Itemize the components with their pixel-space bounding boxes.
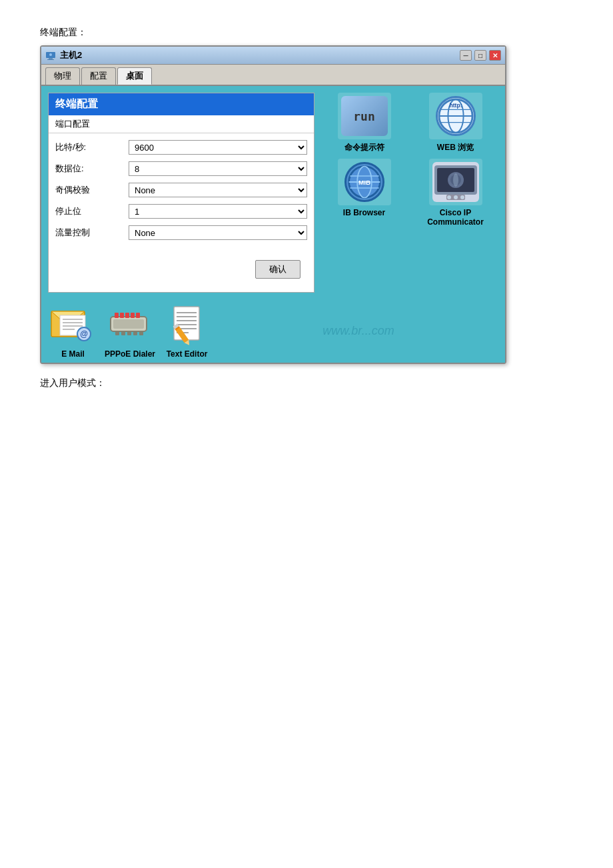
cisco-ip-icon bbox=[432, 162, 479, 202]
app-web[interactable]: http: WEB 浏览 bbox=[412, 93, 498, 153]
mib-browser-icon: MIB bbox=[344, 162, 384, 202]
bottom-icons-row: @ E Mail bbox=[41, 299, 505, 363]
svg-text:@: @ bbox=[80, 329, 88, 339]
terminal-body: 比特/秒: 9600192003840057600115200 数据位: 567… bbox=[49, 133, 314, 292]
terminal-subheader: 端口配置 bbox=[49, 115, 314, 133]
form-row-databits: 数据位: 5678 bbox=[55, 161, 307, 176]
svg-rect-44 bbox=[133, 331, 137, 335]
svg-text:http:: http: bbox=[449, 102, 462, 109]
label-stopbits: 停止位 bbox=[55, 205, 122, 217]
tab-physics[interactable]: 物理 bbox=[45, 67, 80, 85]
svg-rect-41 bbox=[115, 331, 119, 335]
svg-rect-36 bbox=[115, 313, 119, 318]
app-texteditor[interactable]: Text Editor bbox=[162, 303, 212, 359]
main-window: 主机2 ─ □ ✕ 物理 配置 桌面 终端配置 端口配置 比特/秒: 96001… bbox=[40, 45, 506, 364]
select-databits[interactable]: 5678 bbox=[129, 161, 307, 176]
window-title: 主机2 bbox=[60, 49, 82, 61]
apps-panel: run 命令提示符 http: bbox=[321, 93, 498, 293]
label-databits: 数据位: bbox=[55, 163, 122, 175]
page-label-1: 终端配置： bbox=[40, 27, 573, 39]
svg-rect-43 bbox=[127, 331, 131, 335]
svg-text:MIB: MIB bbox=[358, 179, 370, 186]
app-label-pppoe: PPPoE Dialer bbox=[105, 349, 155, 359]
cmd-icon-box: run bbox=[338, 93, 391, 139]
app-pppoe[interactable]: PPPoE Dialer bbox=[105, 303, 155, 359]
pppoe-icon bbox=[105, 303, 155, 347]
svg-rect-38 bbox=[125, 313, 129, 318]
app-label-web: WEB 浏览 bbox=[437, 142, 474, 153]
tab-config[interactable]: 配置 bbox=[81, 67, 116, 85]
label-parity: 奇偶校验 bbox=[55, 184, 122, 196]
svg-rect-39 bbox=[131, 313, 135, 318]
svg-point-22 bbox=[447, 195, 451, 199]
tab-desktop[interactable]: 桌面 bbox=[117, 67, 152, 85]
svg-rect-42 bbox=[121, 331, 125, 335]
app-email[interactable]: @ E Mail bbox=[48, 303, 98, 359]
label-bitrate: 比特/秒: bbox=[55, 141, 122, 153]
select-parity[interactable]: NoneEvenOdd bbox=[129, 183, 307, 197]
svg-point-24 bbox=[460, 195, 464, 199]
svg-rect-1 bbox=[49, 58, 53, 59]
svg-rect-45 bbox=[139, 331, 143, 335]
form-row-flowctrl: 流量控制 NoneHardwareSoftware bbox=[55, 225, 307, 240]
app-cmd[interactable]: run 命令提示符 bbox=[321, 93, 407, 153]
svg-point-23 bbox=[454, 195, 458, 199]
maximize-button[interactable]: □ bbox=[474, 50, 486, 61]
form-row-parity: 奇偶校验 NoneEvenOdd bbox=[55, 183, 307, 197]
confirm-button[interactable]: 确认 bbox=[255, 260, 301, 279]
form-row-bitrate: 比特/秒: 9600192003840057600115200 bbox=[55, 140, 307, 155]
svg-rect-37 bbox=[120, 313, 124, 318]
texteditor-icon bbox=[162, 303, 212, 347]
app-label-cmd: 命令提示符 bbox=[344, 142, 384, 153]
terminal-panel: 终端配置 端口配置 比特/秒: 960019200384005760011520… bbox=[48, 93, 314, 293]
close-button[interactable]: ✕ bbox=[489, 50, 501, 61]
confirm-row: 确认 bbox=[55, 247, 307, 285]
svg-rect-2 bbox=[47, 59, 54, 60]
app-label-email: E Mail bbox=[61, 349, 85, 359]
terminal-header: 终端配置 bbox=[49, 93, 314, 115]
window-content: 终端配置 端口配置 比特/秒: 960019200384005760011520… bbox=[41, 86, 505, 299]
form-row-stopbits: 停止位 11.52 bbox=[55, 204, 307, 219]
app-cisco[interactable]: Cisco IPCommunicator bbox=[412, 159, 498, 227]
email-icon: @ bbox=[48, 303, 98, 347]
app-mib[interactable]: MIB IB Browser bbox=[321, 159, 407, 227]
cisco-icon-box bbox=[429, 159, 482, 205]
app-label-texteditor: Text Editor bbox=[167, 349, 208, 359]
svg-rect-40 bbox=[136, 313, 140, 318]
select-stopbits[interactable]: 11.52 bbox=[129, 204, 307, 219]
select-bitrate[interactable]: 9600192003840057600115200 bbox=[129, 140, 307, 155]
watermark: www.br...com bbox=[219, 303, 498, 359]
page-label-2: 进入用户模式： bbox=[40, 377, 573, 389]
host-icon bbox=[45, 50, 56, 61]
web-icon-box: http: bbox=[429, 93, 482, 139]
svg-point-20 bbox=[453, 173, 458, 187]
window-titlebar: 主机2 ─ □ ✕ bbox=[41, 47, 505, 65]
app-label-mib: IB Browser bbox=[343, 208, 385, 217]
run-icon: run bbox=[341, 96, 388, 136]
minimize-button[interactable]: ─ bbox=[460, 50, 472, 61]
window-tabs: 物理 配置 桌面 bbox=[41, 65, 505, 86]
svg-rect-46 bbox=[174, 307, 199, 340]
mib-icon-box: MIB bbox=[338, 159, 391, 205]
titlebar-controls: ─ □ ✕ bbox=[460, 50, 501, 61]
select-flowctrl[interactable]: NoneHardwareSoftware bbox=[129, 225, 307, 240]
svg-rect-35 bbox=[113, 319, 144, 329]
web-browser-icon: http: bbox=[436, 96, 476, 136]
label-flowctrl: 流量控制 bbox=[55, 227, 122, 239]
svg-point-3 bbox=[49, 53, 52, 56]
app-label-cisco: Cisco IPCommunicator bbox=[427, 208, 484, 227]
